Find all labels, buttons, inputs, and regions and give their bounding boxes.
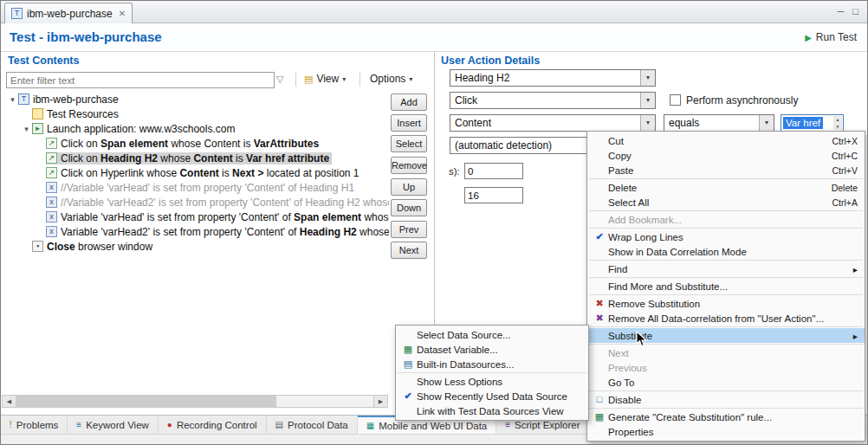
menu-item-wrap-long-lines[interactable]: ✔Wrap Long Lines — [587, 229, 865, 244]
menu-item-generate-create-substitution-rule[interactable]: ▦Generate "Create Substitution" rule... — [587, 410, 865, 424]
tree-item[interactable]: x//Variable 'varHead' is set from proper… — [2, 180, 389, 195]
horizontal-scrollbar[interactable]: ◀ ▶ — [2, 395, 388, 408]
test-contents-header: Test Contents — [8, 55, 79, 67]
maximize-icon[interactable]: □ — [852, 6, 858, 16]
close-tab-icon[interactable]: ✕ — [119, 9, 126, 18]
insert-button[interactable]: Insert — [391, 114, 427, 132]
minimize-icon[interactable]: ─ — [838, 6, 845, 16]
menu-item-cut[interactable]: CutCtrl+X — [587, 133, 865, 148]
menu-item-show-in-data-correlation-mode[interactable]: Show in Data Correlation Mode — [587, 244, 865, 259]
menu-item-substitute[interactable]: Substitute▸ — [587, 328, 865, 343]
next-button[interactable]: Next — [391, 242, 427, 259]
add-button[interactable]: Add — [391, 94, 427, 111]
run-test-button[interactable]: ▶ Run Test — [805, 31, 857, 43]
menu-item-label: Properties — [608, 427, 844, 437]
tab-problems[interactable]: !Problems — [1, 416, 68, 434]
prev-button[interactable]: Prev — [391, 221, 427, 238]
property-select[interactable]: Content ▾ — [450, 114, 656, 132]
submenu-arrow-icon: ▸ — [853, 264, 858, 274]
editor-tab[interactable]: T ibm-web-purchase ✕ — [4, 3, 133, 23]
click-icon: ↗ — [46, 167, 57, 178]
count-input[interactable] — [464, 187, 523, 203]
menu-item-remove-substitution[interactable]: ✖Remove Substitution — [587, 296, 865, 311]
menu-separator — [589, 228, 863, 229]
menu-item-select-all[interactable]: Select AllCtrl+A — [587, 195, 865, 210]
down-button[interactable]: Down — [391, 199, 427, 216]
bottom-tab-label: Script Explorer — [515, 420, 580, 430]
menu-item-properties[interactable]: Properties — [587, 424, 865, 439]
seconds-input[interactable] — [464, 163, 523, 179]
menu-item-built-in-datasources[interactable]: ▤Built-in Datasources... — [396, 357, 588, 371]
options-button[interactable]: Options ▾ — [370, 73, 412, 85]
scroll-left-icon[interactable]: ◀ — [3, 396, 16, 407]
spinner-down-icon[interactable]: ▼ — [836, 124, 840, 129]
view-button[interactable]: ▤ View ▾ — [304, 73, 346, 85]
tab-keyword-view[interactable]: ≡Keyword View — [68, 416, 159, 434]
spinner[interactable]: ▲ ▼ — [833, 116, 842, 130]
scrollbar-thumb[interactable] — [16, 396, 276, 407]
tree-item-content: xVariable 'varHead' is set from property… — [46, 211, 389, 223]
menu-shortcut: Ctrl+A — [832, 197, 858, 208]
menu-item-find[interactable]: Find▸ — [587, 261, 865, 276]
menu-item-show-less-options[interactable]: Show Less Options — [396, 374, 588, 389]
menu-item-label: Cut — [608, 136, 819, 146]
tree-item[interactable]: ↗Click on Heading H2 whose Content is Va… — [2, 151, 389, 165]
tree-item[interactable]: x//Variable 'varHead2' is set from prope… — [2, 195, 389, 210]
chevron-down-icon: ▾ — [759, 115, 774, 131]
menu-item-add-bookmark[interactable]: Add Bookmark... — [587, 212, 865, 227]
menu-item-label: Wrap Long Lines — [608, 232, 844, 242]
chevron-down-icon: ▾ — [342, 75, 346, 83]
menu-item-previous[interactable]: Previous — [587, 360, 865, 375]
menu-item-label: Find More and Substitute... — [608, 281, 844, 292]
scroll-right-icon[interactable]: ▶ — [373, 396, 387, 407]
action-select[interactable]: Click ▾ — [450, 92, 656, 109]
tree-item-content: xVariable 'varHead2' is set from propert… — [46, 226, 389, 238]
menu-item-delete[interactable]: DeleteDelete — [587, 180, 865, 195]
menu-item-next[interactable]: Next — [587, 345, 865, 360]
expander-icon[interactable]: ▾ — [21, 125, 32, 133]
tree-item[interactable]: ↗Click on Span element whose Content is … — [2, 136, 389, 151]
page-title: Test - ibm-web-purchase — [10, 29, 162, 44]
menu-item-select-data-source[interactable]: Select Data Source... — [396, 327, 588, 342]
menu-item-go-to[interactable]: Go To — [587, 375, 865, 390]
tree-item[interactable]: ▾Tibm-web-purchase — [2, 92, 389, 106]
element-type-select[interactable]: Heading H2 ▾ — [450, 69, 656, 87]
substitution-value-field[interactable]: Var href ▲ ▼ — [781, 114, 844, 132]
var-icon: x — [46, 226, 57, 237]
menu-item-link-with-test-data-sources-view[interactable]: Link with Test Data Sources View — [396, 403, 588, 418]
menu-item-dataset-variable[interactable]: ▦Dataset Variable... — [396, 342, 588, 357]
menu-item-label: Remove All Data-correlation from "User A… — [608, 313, 844, 324]
tree-item[interactable]: Test Resources — [2, 106, 389, 121]
tree-item[interactable]: ↗Click on Hyperlink whose Content is Nex… — [2, 165, 389, 180]
bottom-tab-label: Keyword View — [86, 420, 149, 430]
filter-icon[interactable]: ▽ — [276, 74, 283, 85]
menu-item-label: Find — [608, 264, 839, 274]
remove-button[interactable]: Remove — [391, 157, 427, 174]
tab-recording-control[interactable]: ●Recording Control — [159, 416, 267, 434]
test-contents-tree: ▾Tibm-web-purchaseTest Resources▾▸Launch… — [2, 92, 389, 393]
async-checkbox[interactable] — [670, 94, 681, 106]
filter-input[interactable] — [6, 72, 275, 88]
menu-item-find-more-and-substitute[interactable]: Find More and Substitute... — [587, 279, 865, 293]
spinner-up-icon[interactable]: ▲ — [836, 117, 840, 122]
menu-item-label: Go To — [608, 377, 844, 388]
property-value: Content — [455, 117, 491, 129]
tree-item[interactable]: ▾▸Launch application: www.w3schools.com — [2, 121, 389, 136]
tree-item[interactable]: xVariable 'varHead' is set from property… — [2, 210, 389, 224]
menu-separator — [589, 408, 863, 409]
menu-item-copy[interactable]: CopyCtrl+C — [587, 148, 865, 163]
menu-item-show-recently-used-data-sources[interactable]: ✔Show Recently Used Data Sources — [396, 389, 588, 403]
operator-select[interactable]: equals ▾ — [664, 114, 774, 132]
tree-item[interactable]: xVariable 'varHead2' is set from propert… — [2, 224, 389, 239]
up-button[interactable]: Up — [391, 178, 427, 196]
menu-item-paste[interactable]: PasteCtrl+V — [587, 163, 865, 177]
click-icon: ↗ — [46, 152, 57, 164]
tree-item-content: x//Variable 'varHead' is set from proper… — [46, 182, 357, 194]
menu-item-disable[interactable]: □Disable — [587, 392, 865, 407]
select-button[interactable]: Select — [391, 135, 427, 152]
expander-icon[interactable]: ▾ — [7, 95, 18, 104]
problems-icon: ! — [10, 420, 12, 429]
tab-protocol-data[interactable]: ▤Protocol Data — [267, 416, 358, 434]
tree-item[interactable]: ▪Close browser window — [2, 239, 389, 254]
menu-item-remove-all-data-correlation-from-user-action[interactable]: ✖Remove All Data-correlation from "User … — [587, 311, 865, 326]
